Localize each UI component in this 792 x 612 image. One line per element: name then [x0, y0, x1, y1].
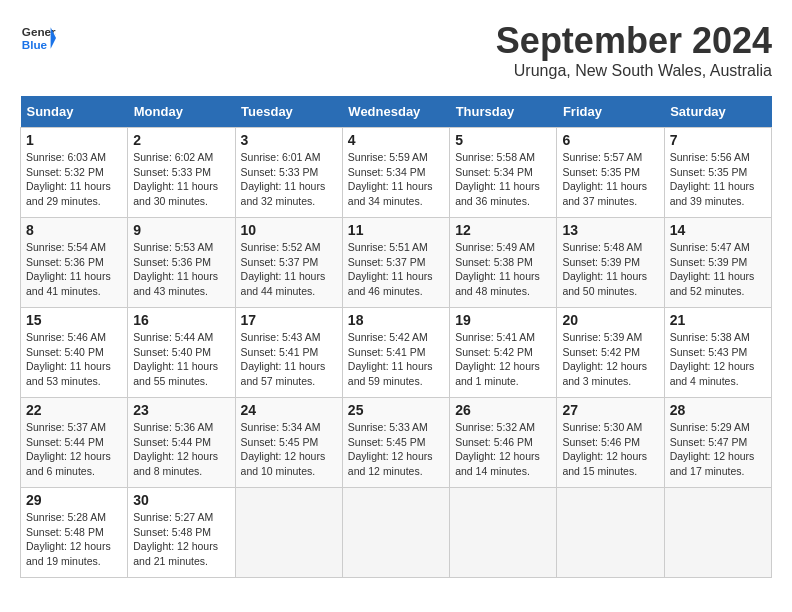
calendar-cell: 17Sunrise: 5:43 AMSunset: 5:41 PMDayligh… [235, 308, 342, 398]
day-number: 13 [562, 222, 658, 238]
calendar-cell: 5Sunrise: 5:58 AMSunset: 5:34 PMDaylight… [450, 128, 557, 218]
day-info: Sunrise: 5:27 AMSunset: 5:48 PMDaylight:… [133, 511, 218, 567]
day-info: Sunrise: 5:41 AMSunset: 5:42 PMDaylight:… [455, 331, 540, 387]
day-number: 1 [26, 132, 122, 148]
day-number: 30 [133, 492, 229, 508]
calendar-cell: 12Sunrise: 5:49 AMSunset: 5:38 PMDayligh… [450, 218, 557, 308]
col-sunday: Sunday [21, 96, 128, 128]
calendar-cell: 1Sunrise: 6:03 AMSunset: 5:32 PMDaylight… [21, 128, 128, 218]
header: General Blue September 2024 Urunga, New … [20, 20, 772, 80]
day-number: 22 [26, 402, 122, 418]
day-info: Sunrise: 5:42 AMSunset: 5:41 PMDaylight:… [348, 331, 433, 387]
calendar-cell: 21Sunrise: 5:38 AMSunset: 5:43 PMDayligh… [664, 308, 771, 398]
week-row-2: 8Sunrise: 5:54 AMSunset: 5:36 PMDaylight… [21, 218, 772, 308]
day-number: 26 [455, 402, 551, 418]
day-number: 10 [241, 222, 337, 238]
col-saturday: Saturday [664, 96, 771, 128]
day-number: 17 [241, 312, 337, 328]
calendar-cell: 15Sunrise: 5:46 AMSunset: 5:40 PMDayligh… [21, 308, 128, 398]
calendar-cell: 18Sunrise: 5:42 AMSunset: 5:41 PMDayligh… [342, 308, 449, 398]
day-info: Sunrise: 5:37 AMSunset: 5:44 PMDaylight:… [26, 421, 111, 477]
calendar-cell [664, 488, 771, 578]
calendar-cell: 23Sunrise: 5:36 AMSunset: 5:44 PMDayligh… [128, 398, 235, 488]
day-number: 14 [670, 222, 766, 238]
location-title: Urunga, New South Wales, Australia [496, 62, 772, 80]
calendar-cell: 3Sunrise: 6:01 AMSunset: 5:33 PMDaylight… [235, 128, 342, 218]
calendar-cell: 27Sunrise: 5:30 AMSunset: 5:46 PMDayligh… [557, 398, 664, 488]
day-info: Sunrise: 5:47 AMSunset: 5:39 PMDaylight:… [670, 241, 755, 297]
calendar-cell [342, 488, 449, 578]
day-info: Sunrise: 5:59 AMSunset: 5:34 PMDaylight:… [348, 151, 433, 207]
logo: General Blue [20, 20, 56, 56]
day-info: Sunrise: 5:56 AMSunset: 5:35 PMDaylight:… [670, 151, 755, 207]
day-info: Sunrise: 5:36 AMSunset: 5:44 PMDaylight:… [133, 421, 218, 477]
col-thursday: Thursday [450, 96, 557, 128]
calendar-cell: 16Sunrise: 5:44 AMSunset: 5:40 PMDayligh… [128, 308, 235, 398]
day-info: Sunrise: 5:48 AMSunset: 5:39 PMDaylight:… [562, 241, 647, 297]
day-number: 3 [241, 132, 337, 148]
day-number: 2 [133, 132, 229, 148]
week-row-4: 22Sunrise: 5:37 AMSunset: 5:44 PMDayligh… [21, 398, 772, 488]
day-number: 28 [670, 402, 766, 418]
day-info: Sunrise: 5:52 AMSunset: 5:37 PMDaylight:… [241, 241, 326, 297]
day-number: 6 [562, 132, 658, 148]
day-number: 15 [26, 312, 122, 328]
day-info: Sunrise: 5:29 AMSunset: 5:47 PMDaylight:… [670, 421, 755, 477]
day-number: 25 [348, 402, 444, 418]
day-number: 24 [241, 402, 337, 418]
calendar-cell: 14Sunrise: 5:47 AMSunset: 5:39 PMDayligh… [664, 218, 771, 308]
calendar-cell: 13Sunrise: 5:48 AMSunset: 5:39 PMDayligh… [557, 218, 664, 308]
calendar-cell: 7Sunrise: 5:56 AMSunset: 5:35 PMDaylight… [664, 128, 771, 218]
calendar-cell: 11Sunrise: 5:51 AMSunset: 5:37 PMDayligh… [342, 218, 449, 308]
day-info: Sunrise: 5:46 AMSunset: 5:40 PMDaylight:… [26, 331, 111, 387]
calendar-cell: 22Sunrise: 5:37 AMSunset: 5:44 PMDayligh… [21, 398, 128, 488]
day-number: 29 [26, 492, 122, 508]
calendar-cell: 6Sunrise: 5:57 AMSunset: 5:35 PMDaylight… [557, 128, 664, 218]
svg-text:Blue: Blue [22, 38, 48, 51]
day-info: Sunrise: 5:53 AMSunset: 5:36 PMDaylight:… [133, 241, 218, 297]
day-number: 12 [455, 222, 551, 238]
col-monday: Monday [128, 96, 235, 128]
day-info: Sunrise: 5:30 AMSunset: 5:46 PMDaylight:… [562, 421, 647, 477]
calendar-cell: 8Sunrise: 5:54 AMSunset: 5:36 PMDaylight… [21, 218, 128, 308]
day-number: 27 [562, 402, 658, 418]
day-number: 21 [670, 312, 766, 328]
day-info: Sunrise: 5:54 AMSunset: 5:36 PMDaylight:… [26, 241, 111, 297]
month-year-title: September 2024 [496, 20, 772, 62]
week-row-5: 29Sunrise: 5:28 AMSunset: 5:48 PMDayligh… [21, 488, 772, 578]
calendar-cell: 4Sunrise: 5:59 AMSunset: 5:34 PMDaylight… [342, 128, 449, 218]
day-info: Sunrise: 6:02 AMSunset: 5:33 PMDaylight:… [133, 151, 218, 207]
calendar-cell [235, 488, 342, 578]
day-number: 18 [348, 312, 444, 328]
day-info: Sunrise: 5:43 AMSunset: 5:41 PMDaylight:… [241, 331, 326, 387]
day-info: Sunrise: 5:28 AMSunset: 5:48 PMDaylight:… [26, 511, 111, 567]
day-number: 5 [455, 132, 551, 148]
day-number: 20 [562, 312, 658, 328]
calendar-cell: 20Sunrise: 5:39 AMSunset: 5:42 PMDayligh… [557, 308, 664, 398]
calendar-cell: 19Sunrise: 5:41 AMSunset: 5:42 PMDayligh… [450, 308, 557, 398]
day-info: Sunrise: 5:58 AMSunset: 5:34 PMDaylight:… [455, 151, 540, 207]
calendar-cell: 10Sunrise: 5:52 AMSunset: 5:37 PMDayligh… [235, 218, 342, 308]
day-info: Sunrise: 5:33 AMSunset: 5:45 PMDaylight:… [348, 421, 433, 477]
day-number: 16 [133, 312, 229, 328]
day-info: Sunrise: 6:03 AMSunset: 5:32 PMDaylight:… [26, 151, 111, 207]
day-number: 7 [670, 132, 766, 148]
day-number: 9 [133, 222, 229, 238]
col-wednesday: Wednesday [342, 96, 449, 128]
day-info: Sunrise: 6:01 AMSunset: 5:33 PMDaylight:… [241, 151, 326, 207]
col-friday: Friday [557, 96, 664, 128]
day-number: 4 [348, 132, 444, 148]
col-tuesday: Tuesday [235, 96, 342, 128]
calendar-cell: 25Sunrise: 5:33 AMSunset: 5:45 PMDayligh… [342, 398, 449, 488]
calendar-cell [557, 488, 664, 578]
calendar-cell: 29Sunrise: 5:28 AMSunset: 5:48 PMDayligh… [21, 488, 128, 578]
calendar-cell: 28Sunrise: 5:29 AMSunset: 5:47 PMDayligh… [664, 398, 771, 488]
day-info: Sunrise: 5:38 AMSunset: 5:43 PMDaylight:… [670, 331, 755, 387]
calendar-cell: 24Sunrise: 5:34 AMSunset: 5:45 PMDayligh… [235, 398, 342, 488]
day-info: Sunrise: 5:39 AMSunset: 5:42 PMDaylight:… [562, 331, 647, 387]
header-row: Sunday Monday Tuesday Wednesday Thursday… [21, 96, 772, 128]
logo-icon: General Blue [20, 20, 56, 56]
day-info: Sunrise: 5:57 AMSunset: 5:35 PMDaylight:… [562, 151, 647, 207]
week-row-3: 15Sunrise: 5:46 AMSunset: 5:40 PMDayligh… [21, 308, 772, 398]
calendar-cell: 30Sunrise: 5:27 AMSunset: 5:48 PMDayligh… [128, 488, 235, 578]
